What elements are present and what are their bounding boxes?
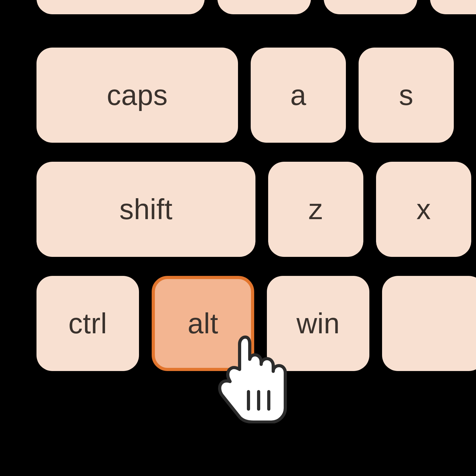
key-w[interactable]: w: [324, 0, 417, 14]
key-e[interactable]: e: [430, 0, 476, 14]
key-a[interactable]: a: [251, 48, 346, 143]
key-x[interactable]: x: [376, 162, 471, 257]
key-caps[interactable]: caps: [36, 48, 238, 143]
key-q[interactable]: q: [217, 0, 311, 14]
key-extra[interactable]: [382, 276, 476, 371]
key-label: shift: [119, 193, 173, 226]
key-label: win: [296, 307, 340, 340]
key-label: ctrl: [69, 307, 107, 340]
key-s[interactable]: s: [359, 48, 454, 143]
key-label: z: [308, 193, 323, 226]
key-label: a: [290, 79, 307, 112]
key-label: s: [399, 79, 413, 112]
key-label: x: [416, 193, 431, 226]
key-z[interactable]: z: [268, 162, 363, 257]
key-win[interactable]: win: [267, 276, 369, 371]
key-alt[interactable]: alt: [152, 276, 254, 371]
key-label: alt: [188, 307, 218, 340]
key-label: caps: [107, 79, 168, 112]
key-shift[interactable]: shift: [36, 162, 255, 257]
key-tab[interactable]: tab: [36, 0, 205, 14]
key-ctrl[interactable]: ctrl: [36, 276, 139, 371]
keyboard-diagram: tab q w e caps a s shift z x ctrl alt wi…: [0, 0, 476, 476]
